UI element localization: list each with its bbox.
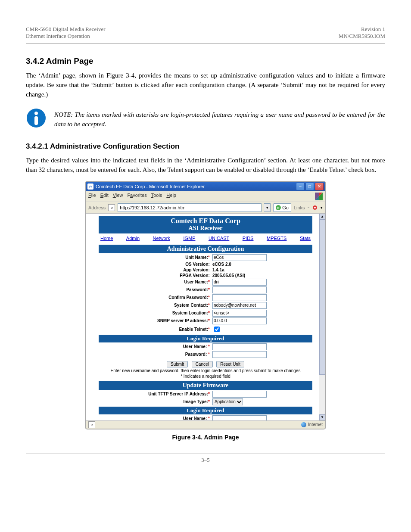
menu-help[interactable]: Help bbox=[166, 193, 176, 200]
nav-pids[interactable]: PIDS bbox=[243, 236, 254, 241]
svg-point-5 bbox=[314, 207, 316, 208]
unit-name-input[interactable] bbox=[212, 254, 267, 261]
address-input[interactable] bbox=[118, 203, 262, 212]
menu-view[interactable]: View bbox=[113, 193, 123, 200]
system-contact-input[interactable] bbox=[212, 302, 267, 309]
enable-telnet-checkbox[interactable] bbox=[214, 327, 220, 332]
doc-header-right-1: Revision 1 bbox=[339, 26, 385, 33]
nav-admin[interactable]: Admin bbox=[126, 236, 140, 241]
login1-username-input[interactable] bbox=[212, 343, 267, 350]
submit-button[interactable]: Submit bbox=[167, 361, 188, 367]
ie-icon: e bbox=[87, 184, 93, 190]
heading-admin-page: 3.4.2 Admin Page bbox=[26, 56, 385, 66]
system-location-input[interactable] bbox=[212, 310, 267, 317]
menu-file[interactable]: File bbox=[88, 193, 96, 200]
image-type-select[interactable]: Application bbox=[212, 398, 243, 405]
menu-edit[interactable]: Edit bbox=[100, 193, 109, 200]
cancel-button[interactable]: Cancel bbox=[192, 361, 213, 367]
note-text: NOTE: The items marked with asterisks ar… bbox=[54, 108, 385, 129]
ie-logo-icon bbox=[315, 193, 323, 200]
menu-favorites[interactable]: Favorites bbox=[127, 193, 146, 200]
vertical-scrollbar[interactable]: ▲ ▼ bbox=[319, 214, 325, 420]
nav-mpegts[interactable]: MPEGTS bbox=[267, 236, 286, 241]
help-text: Enter new username and password, then en… bbox=[99, 368, 312, 373]
login2-username-input[interactable] bbox=[212, 415, 267, 420]
screenshot-window: e Comtech EF Data Corp - Microsoft Inter… bbox=[85, 181, 326, 429]
window-title: Comtech EF Data Corp - Microsoft Interne… bbox=[96, 184, 205, 189]
snmp-ip-input[interactable] bbox=[212, 317, 267, 324]
go-arrow-icon: ▸ bbox=[276, 205, 281, 210]
paragraph: The ‘Admin’ page, shown in Figure 3-4, p… bbox=[26, 71, 385, 99]
internet-zone-icon bbox=[301, 422, 306, 427]
links-label[interactable]: Links bbox=[294, 205, 305, 210]
maximize-button[interactable]: □ bbox=[305, 183, 314, 190]
page-subtitle: ASI Receiver bbox=[99, 225, 312, 232]
fpga-version-value: 2005.05.05 (ASI) bbox=[212, 273, 245, 278]
reset-unit-button[interactable]: Reset Unit bbox=[216, 361, 244, 367]
nav-unicast[interactable]: UNICAST bbox=[209, 236, 229, 241]
login1-password-input[interactable] bbox=[212, 351, 267, 358]
page-icon: e bbox=[108, 204, 115, 211]
doc-header-left-1: CMR-5950 Digital Media Receiver bbox=[26, 26, 106, 33]
internet-zone-label: Internet bbox=[308, 422, 323, 427]
heading-admin-config: 3.4.2.1 Administrative Configuration Sec… bbox=[26, 142, 385, 151]
section-update-firmware: Update Firmware bbox=[99, 381, 312, 390]
os-version-value: eCOS 2.0 bbox=[212, 262, 231, 267]
scroll-up-button[interactable]: ▲ bbox=[319, 214, 325, 220]
address-dropdown[interactable]: ▾ bbox=[264, 203, 271, 212]
nav-network[interactable]: Network bbox=[153, 236, 170, 241]
info-icon bbox=[26, 108, 47, 130]
app-version-value: 1.4.1a bbox=[212, 268, 224, 272]
nav-igmp[interactable]: IGMP bbox=[183, 236, 195, 241]
address-label: Address bbox=[88, 205, 106, 210]
minimize-button[interactable]: – bbox=[296, 183, 305, 190]
required-note: * Indicates a required field bbox=[99, 374, 312, 379]
section-admin-config: Administrative Configuration bbox=[99, 245, 312, 253]
scroll-down-button[interactable]: ▼ bbox=[319, 414, 325, 420]
tftp-ip-input[interactable] bbox=[212, 391, 267, 398]
doc-header-left-2: Ethernet Interface Operation bbox=[26, 33, 106, 40]
username-input[interactable] bbox=[212, 279, 267, 286]
password-input[interactable] bbox=[212, 286, 267, 293]
divider bbox=[26, 43, 385, 44]
paragraph: Type the desired values into the indicat… bbox=[26, 156, 385, 175]
close-button[interactable]: ✕ bbox=[315, 183, 324, 190]
menu-tools[interactable]: Tools bbox=[151, 193, 162, 200]
nav-home[interactable]: Home bbox=[100, 236, 113, 241]
section-login-1: Login Required bbox=[99, 335, 312, 342]
doc-header-right-2: MN/CMR5950.IOM bbox=[339, 33, 385, 40]
svg-point-1 bbox=[34, 112, 38, 115]
nav-stats[interactable]: Stats bbox=[300, 236, 311, 241]
figure-caption: Figure 3-4. Admin Page bbox=[26, 434, 385, 441]
scroll-thumb[interactable] bbox=[319, 220, 325, 375]
section-login-2: Login Required bbox=[99, 407, 312, 414]
page-title: Comtech EF Data Corp bbox=[99, 217, 312, 225]
go-button[interactable]: ▸ Go bbox=[273, 203, 291, 212]
statusbar-left-icon: e bbox=[88, 421, 95, 428]
confirm-password-input[interactable] bbox=[212, 294, 267, 301]
page-number: 3–5 bbox=[26, 454, 385, 464]
gear-icon[interactable] bbox=[312, 205, 318, 211]
svg-rect-2 bbox=[34, 116, 38, 125]
